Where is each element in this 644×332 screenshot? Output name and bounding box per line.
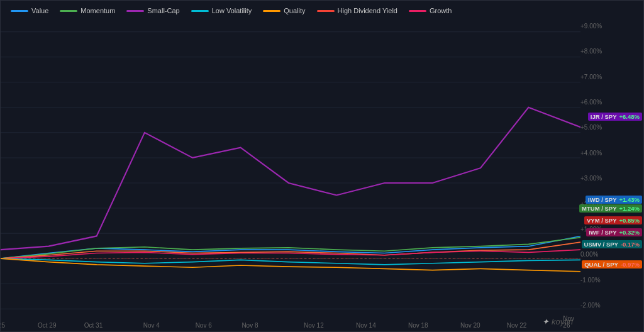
y-labels: +9.00%+8.00%+7.00%+6.00%+5.00%+4.00%+3.0… [580,18,613,314]
x-label: Nov 4 [143,322,160,329]
y-label: +5.00% [580,124,613,131]
x-label: Oct 31 [84,322,103,329]
chart-area: :25Oct 29Oct 31Nov 4Nov 6Nov 8Nov 12Nov … [1,18,643,331]
ticker-badge: IWF / SPY+0.32% [586,228,642,236]
ticker-value: -0.17% [621,241,640,248]
y-label: -2.00% [580,302,613,309]
y-label: +3.00% [580,175,613,182]
x-label: Nov 18 [408,322,428,329]
legend-item-quality: Quality [263,7,305,14]
chart-inner: :25Oct 29Oct 31Nov 4Nov 6Nov 8Nov 12Nov … [1,18,580,331]
ticker-name: IWD / SPY [588,196,616,203]
legend-item-high-dividend-yield: High Dividend Yield [317,7,397,14]
x-axis: :25Oct 29Oct 31Nov 4Nov 6Nov 8Nov 12Nov … [1,316,580,331]
legend-item-momentum: Momentum [60,7,115,14]
y-label: +7.00% [580,74,613,80]
ticker-value: +6.48% [619,113,640,120]
legend-item-value: Value [11,7,48,14]
ticker-name: USMV / SPY [584,241,618,248]
y-label: +9.00% [580,23,613,30]
ticker-value: -0.97% [621,261,640,268]
x-label: Nov 6 [196,322,212,329]
chart-container: ValueMomentumSmall-CapLow VolatilityQual… [0,0,644,332]
ticker-badge: QUAL / SPY-0.97% [582,260,642,268]
ticker-name: MTUM / SPY [582,205,616,212]
x-label: Nov 14 [356,322,376,329]
y-label: +6.00% [580,99,613,106]
ticker-value: +0.32% [619,229,640,236]
x-label: Nov 20 [460,322,480,329]
legend-item-growth: Growth [409,7,452,14]
x-label: Nov 22 [507,322,527,329]
ticker-value: +1.24% [619,205,640,212]
legend: ValueMomentumSmall-CapLow VolatilityQual… [1,1,643,18]
ticker-badge: VYM / SPY+0.85% [584,216,642,224]
ticker-badge: MTUM / SPY+1.24% [579,204,642,213]
legend-item-small-cap: Small-Cap [126,7,179,14]
ticker-name: IWF / SPY [589,229,616,236]
y-label: +8.00% [580,48,613,55]
ticker-badge: USMV / SPY-0.17% [582,240,642,248]
ticker-value: +0.85% [619,217,640,224]
ticker-badge: IWD / SPY+1.43% [586,196,642,204]
ticker-value: +1.43% [619,196,640,203]
x-label: Oct 29 [38,322,56,329]
x-label: Nov 12 [304,322,324,329]
y-axis-right: +9.00%+8.00%+7.00%+6.00%+5.00%+4.00%+3.0… [580,18,643,331]
y-label: -1.00% [580,277,613,284]
y-label: 0.00% [580,252,613,258]
x-label: Nov 8 [242,322,258,329]
ticker-name: IJR / SPY [591,113,617,120]
ticker-name: QUAL / SPY [584,261,618,268]
ticker-name: VYM / SPY [587,217,617,224]
chart-svg [1,18,580,331]
x-label: :25 [1,322,5,329]
y-label: +4.00% [580,150,613,157]
ticker-badge: IJR / SPY+6.48% [588,113,642,121]
koyfin-logo: ✦ koyfin [542,317,573,326]
legend-item-low-volatility: Low Volatility [191,7,252,14]
